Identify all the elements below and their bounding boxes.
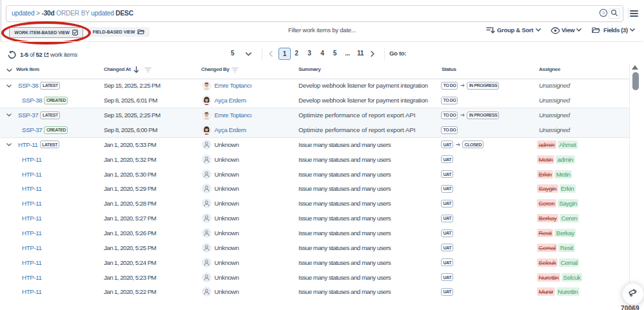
svg-text:?: ? bbox=[602, 10, 605, 16]
